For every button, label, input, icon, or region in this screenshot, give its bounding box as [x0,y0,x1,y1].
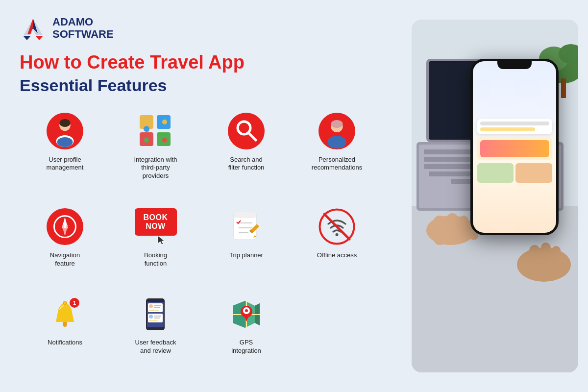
svg-marker-4 [24,36,30,40]
app-card-2 [477,137,552,160]
svg-point-11 [60,119,71,127]
notifications-label: Notifications [48,339,82,347]
logo-name-line1: ADAMO [52,16,114,28]
svg-point-28 [328,136,346,148]
navigation-icon-wrap [46,207,85,246]
svg-point-50 [63,301,67,304]
app-card-bar [480,122,549,125]
logo-name-line2: SOFTWARE [52,28,114,40]
search-filter-icon [228,113,265,149]
feedback-label: User feedbackand review [135,339,176,355]
bell-wrap: 1 [47,296,83,333]
svg-point-49 [63,323,67,327]
svg-rect-85 [459,216,468,240]
svg-marker-5 [36,36,43,40]
trip-planner-label: Trip planner [229,251,263,260]
left-panel: ADAMO SOFTWARE How to Create Travel App … [0,0,402,392]
gps-label: GPSintegration [231,339,261,355]
svg-text:★★★★★: ★★★★★ [149,309,159,312]
feature-feedback: ★★★★★ ★★★★☆ User feedbackand review [110,290,201,377]
app-card-bar-yellow [480,127,536,131]
user-profile-label: User profilemanagement [47,156,84,172]
feature-offline: Offline access [292,202,382,290]
feedback-icon: ★★★★★ ★★★★☆ [137,296,174,333]
adamo-logo-icon [20,15,47,42]
svg-rect-83 [434,216,446,245]
gps-icon-wrap [227,294,266,334]
svg-point-46 [336,233,339,236]
feature-search: Search andfilter function [201,107,292,202]
user-profile-icon [47,113,83,149]
book-now-button[interactable]: BOOK NOW [135,208,177,236]
svg-point-59 [149,315,153,318]
right-panel [402,0,588,392]
svg-rect-84 [447,213,458,240]
svg-text:★★★★☆: ★★★★☆ [149,319,159,322]
app-thumbnails [477,163,552,183]
offline-icon-wrap [318,207,357,246]
svg-rect-38 [234,212,256,218]
personalized-icon-wrap [318,112,357,151]
sub-headline: Essential Features [20,76,382,95]
bell-badge: 1 [70,298,79,308]
offline-icon [318,208,355,245]
trip-planner-icon [228,208,265,245]
svg-rect-89 [541,243,551,274]
svg-point-68 [245,309,248,312]
svg-point-22 [162,138,167,143]
cursor-icon [157,235,167,245]
search-filter-label: Search andfilter function [228,156,265,172]
feature-gps: GPSintegration [201,290,292,377]
personalized-label: Personalizedrecommendations [312,156,362,172]
svg-rect-94 [561,78,566,98]
svg-point-20 [162,120,167,124]
personalized-icon [318,113,355,149]
trip-planner-icon-wrap [227,207,266,246]
feature-empty [292,290,382,377]
right-panel-scene [412,20,578,372]
svg-marker-36 [158,236,165,245]
booking-icon-wrap: BOOK NOW [136,207,175,246]
feature-trip-planner: Trip planner [201,202,292,290]
feature-navigation: Navigationfeature [20,202,110,290]
navigation-icon [47,208,83,245]
phone-screen [473,61,556,233]
feature-integration: Integration withthird-partyproviders [110,107,201,202]
svg-point-21 [144,138,149,143]
integration-label: Integration withthird-partyproviders [134,156,177,181]
svg-point-19 [144,126,149,132]
app-banner [480,140,549,157]
logo-area: ADAMO SOFTWARE [20,15,382,42]
main-container: ADAMO SOFTWARE How to Create Travel App … [0,0,588,392]
feedback-icon-wrap: ★★★★★ ★★★★☆ [136,294,175,334]
feature-booking: BOOK NOW Bookingfunction [110,202,201,290]
main-headline: How to Create Travel App [20,51,382,74]
svg-rect-88 [529,245,540,279]
svg-point-54 [149,304,153,308]
svg-point-30 [331,120,343,128]
logo-text: ADAMO SOFTWARE [52,16,114,40]
features-grid: User profilemanagement [20,107,382,377]
offline-label: Offline access [317,251,357,260]
app-card-1 [477,119,552,134]
thumb-2 [515,163,552,183]
user-profile-icon-wrap [46,112,85,151]
phone-mockup [470,59,559,235]
thumb-1 [477,163,514,183]
feature-personalized: Personalizedrecommendations [292,107,382,202]
svg-point-9 [57,137,73,147]
feature-notifications: 1 Notifications [20,290,110,377]
booking-label: Bookingfunction [144,251,167,268]
svg-point-23 [228,113,265,149]
integration-icon [137,113,174,149]
svg-point-35 [64,225,67,228]
feature-user-profile: User profilemanagement [20,107,110,202]
integration-icon-wrap [136,112,175,151]
phone-notch [497,61,532,69]
svg-rect-90 [552,246,561,274]
notifications-icon-wrap: 1 [46,294,85,334]
gps-icon [228,296,265,333]
search-filter-icon-wrap [227,112,266,151]
navigation-label: Navigationfeature [50,251,80,268]
